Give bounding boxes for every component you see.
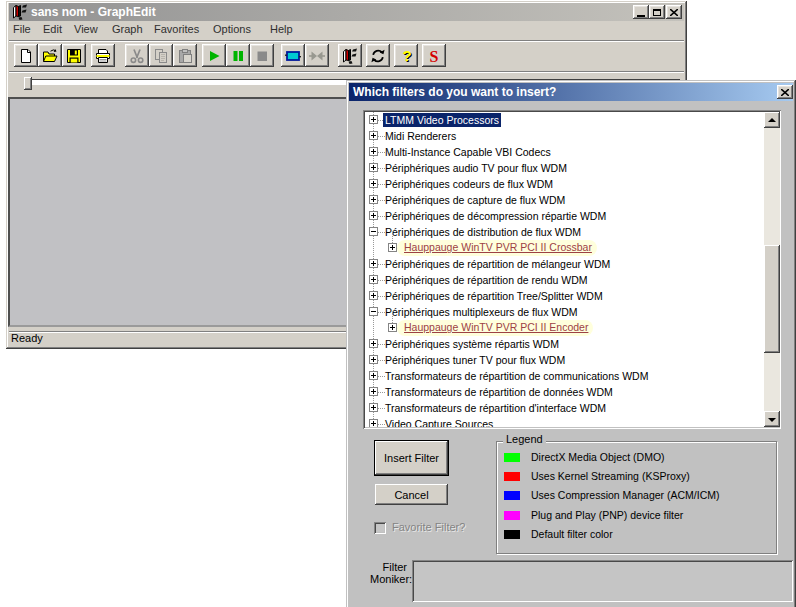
svg-text:S: S [430,48,439,64]
svg-text:?: ? [403,48,412,64]
